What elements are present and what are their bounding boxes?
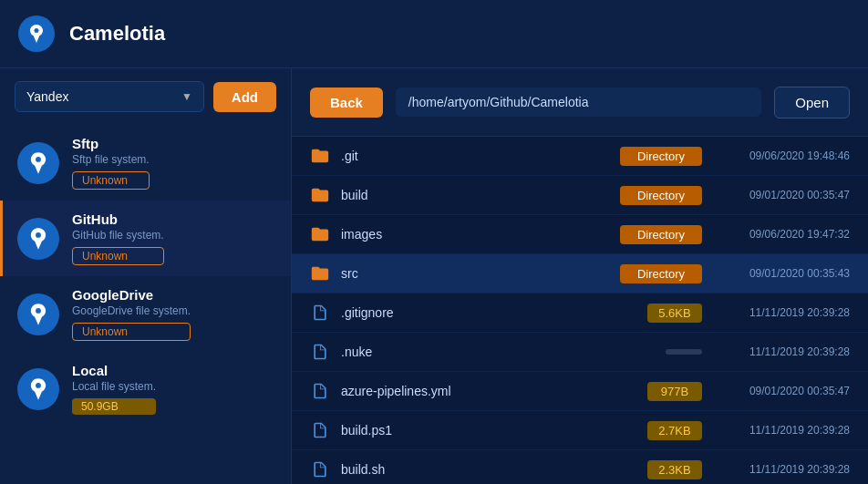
- sidebar-item-desc: Local file system.: [72, 380, 156, 393]
- provider-dropdown[interactable]: Yandex ▼: [15, 81, 204, 112]
- add-button[interactable]: Add: [213, 82, 276, 112]
- file-name: .git: [341, 149, 609, 163]
- file-date: 11/11/2019 20:39:28: [713, 306, 850, 319]
- sidebar-item-sftp[interactable]: Sftp Sftp file system. Unknown: [0, 125, 291, 201]
- file-row[interactable]: azure-pipelines.yml 977B 09/01/2020 00:3…: [292, 372, 868, 411]
- file-type-badge: Directory: [620, 264, 702, 283]
- file-size-badge: 977B: [647, 382, 702, 401]
- sidebar-avatar: [17, 142, 59, 184]
- file-date: 11/11/2019 20:39:28: [713, 345, 850, 358]
- file-date: 09/06/2020 19:48:46: [713, 149, 850, 162]
- main-layout: Yandex ▼ Add Sftp Sftp file system. Unkn…: [0, 68, 868, 484]
- sidebar-avatar: [17, 368, 59, 410]
- open-button[interactable]: Open: [774, 87, 850, 118]
- file-list: .git Directory 09/06/2020 19:48:46 build…: [292, 137, 868, 484]
- folder-icon: [310, 185, 330, 205]
- folder-icon: [310, 224, 330, 244]
- file-type-badge: Directory: [620, 147, 702, 166]
- file-name: azure-pipelines.yml: [341, 384, 636, 398]
- file-name: .gitignore: [341, 305, 636, 320]
- file-date: 09/06/2020 19:47:32: [713, 228, 850, 241]
- file-row[interactable]: .git Directory 09/06/2020 19:48:46: [292, 137, 868, 176]
- sidebar-item-name: Local: [72, 363, 156, 378]
- sidebar-item-local[interactable]: Local Local file system. 50.9GB: [0, 352, 291, 426]
- file-name: build.ps1: [341, 423, 636, 438]
- file-date: 09/01/2020 00:35:43: [713, 267, 850, 280]
- file-type-badge: Directory: [620, 225, 702, 244]
- file-row[interactable]: src Directory 09/01/2020 00:35:43: [292, 254, 868, 293]
- app-header: Camelotia: [0, 0, 868, 68]
- file-row[interactable]: build Directory 09/01/2020 00:35:47: [292, 176, 868, 215]
- file-size-badge: 5.6KB: [647, 304, 702, 323]
- file-icon: [310, 420, 330, 440]
- sidebar-item-name: Sftp: [72, 136, 150, 151]
- file-row[interactable]: build.ps1 2.7KB 11/11/2019 20:39:28: [292, 411, 868, 450]
- dropdown-value: Yandex: [26, 89, 68, 104]
- file-row[interactable]: .nuke 11/11/2019 20:39:28: [292, 333, 868, 372]
- file-row[interactable]: images Directory 09/06/2020 19:47:32: [292, 215, 868, 254]
- back-button[interactable]: Back: [310, 88, 383, 118]
- file-row[interactable]: build.sh 2.3KB 11/11/2019 20:39:28: [292, 450, 868, 484]
- sidebar-avatar: [17, 218, 59, 260]
- sidebar-info: Local Local file system. 50.9GB: [72, 363, 156, 415]
- chevron-down-icon: ▼: [181, 90, 192, 103]
- file-type-badge: Directory: [620, 186, 702, 205]
- sidebar-item-name: GoogleDrive: [72, 287, 191, 303]
- file-icon: [310, 381, 330, 401]
- app-title: Camelotia: [69, 22, 165, 46]
- file-name: images: [341, 227, 609, 242]
- sidebar-item-badge: 50.9GB: [72, 398, 156, 415]
- folder-icon: [310, 263, 330, 283]
- sidebar-info: GoogleDrive GoogleDrive file system. Unk…: [72, 287, 191, 341]
- sidebar-item-desc: GitHub file system.: [72, 229, 164, 242]
- file-icon: [310, 342, 330, 362]
- sidebar-info: GitHub GitHub file system. Unknown: [72, 211, 164, 265]
- app-logo: [18, 15, 55, 52]
- file-size-badge: 2.3KB: [647, 460, 702, 479]
- file-name: build.sh: [341, 462, 636, 477]
- folder-icon: [310, 146, 330, 166]
- sidebar-avatar: [17, 293, 59, 335]
- sidebar-item-badge: Unknown: [72, 171, 150, 190]
- file-size-empty: [666, 349, 702, 355]
- file-row[interactable]: .gitignore 5.6KB 11/11/2019 20:39:28: [292, 293, 868, 333]
- file-icon: [310, 459, 330, 479]
- browser-toolbar: Back /home/artyom/Github/Camelotia Open: [292, 68, 868, 137]
- file-browser: Back /home/artyom/Github/Camelotia Open …: [292, 68, 868, 484]
- sidebar-item-desc: Sftp file system.: [72, 153, 150, 166]
- file-date: 11/11/2019 20:39:28: [713, 463, 850, 476]
- file-date: 09/01/2020 00:35:47: [713, 385, 850, 397]
- sidebar-item-badge: Unknown: [72, 247, 164, 265]
- sidebar-item-name: GitHub: [72, 211, 164, 227]
- sidebar-controls: Yandex ▼ Add: [0, 68, 291, 125]
- path-bar: /home/artyom/Github/Camelotia: [396, 88, 761, 117]
- sidebar-info: Sftp Sftp file system. Unknown: [72, 136, 150, 190]
- sidebar-item-badge: Unknown: [72, 323, 191, 341]
- sidebar-item-googledrive[interactable]: GoogleDrive GoogleDrive file system. Unk…: [0, 276, 291, 352]
- file-size-badge: 2.7KB: [647, 421, 702, 440]
- file-icon: [310, 303, 330, 323]
- file-name: src: [341, 266, 609, 281]
- file-name: .nuke: [341, 345, 655, 359]
- file-name: build: [341, 188, 609, 202]
- file-date: 09/01/2020 00:35:47: [713, 189, 850, 201]
- sidebar-list: Sftp Sftp file system. Unknown GitHub Gi…: [0, 125, 291, 484]
- sidebar-item-desc: GoogleDrive file system.: [72, 304, 191, 317]
- sidebar-item-github[interactable]: GitHub GitHub file system. Unknown: [0, 201, 291, 276]
- sidebar: Yandex ▼ Add Sftp Sftp file system. Unkn…: [0, 68, 292, 484]
- file-date: 11/11/2019 20:39:28: [713, 424, 850, 437]
